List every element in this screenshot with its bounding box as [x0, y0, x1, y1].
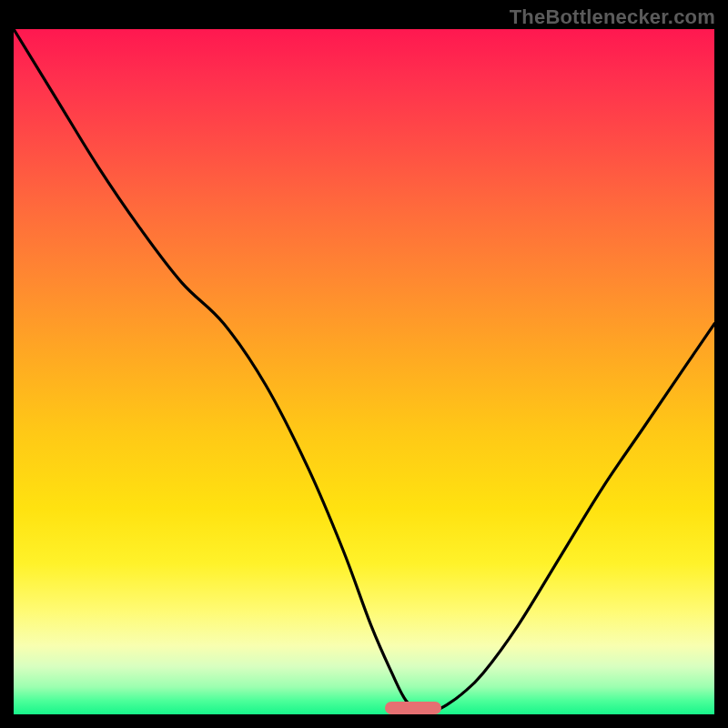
chart-frame: TheBottlenecker.com: [0, 0, 728, 728]
watermark-text: TheBottlenecker.com: [510, 5, 715, 29]
optimal-marker: [385, 702, 441, 714]
bottleneck-curve: [14, 29, 714, 714]
x-axis-line: [14, 714, 714, 716]
plot-area: [14, 29, 714, 714]
